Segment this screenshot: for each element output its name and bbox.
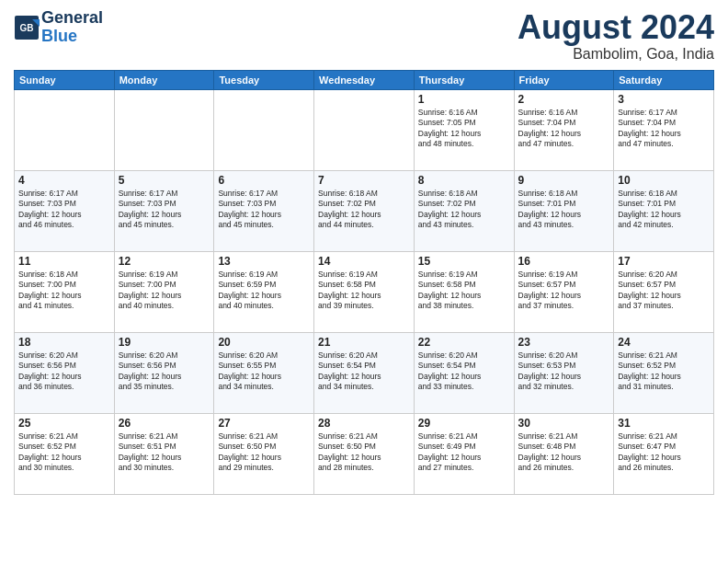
day-info: Sunrise: 6:19 AM Sunset: 7:00 PM Dayligh… — [119, 270, 210, 312]
calendar-cell: 27Sunrise: 6:21 AM Sunset: 6:50 PM Dayli… — [214, 413, 314, 494]
calendar-cell — [314, 89, 415, 170]
calendar-cell: 26Sunrise: 6:21 AM Sunset: 6:51 PM Dayli… — [114, 413, 214, 494]
day-number: 12 — [119, 255, 210, 268]
day-number: 9 — [518, 174, 610, 187]
day-info: Sunrise: 6:17 AM Sunset: 7:03 PM Dayligh… — [119, 189, 210, 231]
calendar-cell — [214, 89, 314, 170]
logo: GB General Blue — [14, 9, 103, 46]
calendar-cell: 7Sunrise: 6:18 AM Sunset: 7:02 PM Daylig… — [314, 170, 415, 251]
day-number: 3 — [618, 93, 710, 106]
calendar-cell: 31Sunrise: 6:21 AM Sunset: 6:47 PM Dayli… — [614, 413, 714, 494]
calendar-cell: 18Sunrise: 6:20 AM Sunset: 6:56 PM Dayli… — [15, 332, 115, 413]
calendar-header-thursday: Thursday — [414, 70, 514, 89]
calendar-header-monday: Monday — [114, 70, 214, 89]
day-number: 7 — [318, 174, 410, 187]
day-number: 11 — [18, 255, 110, 268]
day-number: 29 — [418, 417, 510, 430]
day-number: 17 — [618, 255, 710, 268]
calendar-cell: 14Sunrise: 6:19 AM Sunset: 6:58 PM Dayli… — [314, 251, 415, 332]
calendar-header-friday: Friday — [514, 70, 614, 89]
header: GB General Blue August 2024 Bambolim, Go… — [14, 9, 714, 63]
day-number: 6 — [218, 174, 310, 187]
day-info: Sunrise: 6:18 AM Sunset: 7:01 PM Dayligh… — [518, 189, 610, 231]
calendar-header-row: SundayMondayTuesdayWednesdayThursdayFrid… — [15, 70, 714, 89]
calendar-cell: 12Sunrise: 6:19 AM Sunset: 7:00 PM Dayli… — [114, 251, 214, 332]
day-info: Sunrise: 6:18 AM Sunset: 7:02 PM Dayligh… — [318, 189, 410, 231]
day-number: 10 — [618, 174, 710, 187]
day-info: Sunrise: 6:21 AM Sunset: 6:51 PM Dayligh… — [119, 431, 210, 474]
day-number: 24 — [618, 336, 710, 349]
day-number: 1 — [418, 93, 510, 106]
calendar-week-5: 25Sunrise: 6:21 AM Sunset: 6:52 PM Dayli… — [15, 413, 714, 494]
calendar-cell: 2Sunrise: 6:16 AM Sunset: 7:04 PM Daylig… — [514, 89, 614, 170]
calendar-cell: 10Sunrise: 6:18 AM Sunset: 7:01 PM Dayli… — [614, 170, 714, 251]
day-number: 31 — [618, 417, 710, 430]
calendar-cell: 25Sunrise: 6:21 AM Sunset: 6:52 PM Dayli… — [15, 413, 115, 494]
calendar-cell: 30Sunrise: 6:21 AM Sunset: 6:48 PM Dayli… — [514, 413, 614, 494]
calendar-cell: 6Sunrise: 6:17 AM Sunset: 7:03 PM Daylig… — [214, 170, 314, 251]
calendar-cell: 9Sunrise: 6:18 AM Sunset: 7:01 PM Daylig… — [514, 170, 614, 251]
day-info: Sunrise: 6:18 AM Sunset: 7:01 PM Dayligh… — [618, 189, 710, 231]
calendar-cell: 20Sunrise: 6:20 AM Sunset: 6:55 PM Dayli… — [214, 332, 314, 413]
day-info: Sunrise: 6:21 AM Sunset: 6:49 PM Dayligh… — [418, 431, 510, 474]
day-info: Sunrise: 6:21 AM Sunset: 6:47 PM Dayligh… — [618, 431, 710, 474]
day-number: 19 — [119, 336, 210, 349]
calendar-cell: 1Sunrise: 6:16 AM Sunset: 7:05 PM Daylig… — [414, 89, 514, 170]
day-info: Sunrise: 6:19 AM Sunset: 6:57 PM Dayligh… — [518, 270, 610, 312]
day-number: 28 — [318, 417, 410, 430]
day-info: Sunrise: 6:19 AM Sunset: 6:58 PM Dayligh… — [418, 270, 510, 312]
calendar-cell: 16Sunrise: 6:19 AM Sunset: 6:57 PM Dayli… — [514, 251, 614, 332]
page: GB General Blue August 2024 Bambolim, Go… — [0, 0, 728, 504]
calendar-cell: 13Sunrise: 6:19 AM Sunset: 6:59 PM Dayli… — [214, 251, 314, 332]
calendar-table: SundayMondayTuesdayWednesdayThursdayFrid… — [14, 70, 714, 495]
day-info: Sunrise: 6:20 AM Sunset: 6:57 PM Dayligh… — [618, 270, 710, 312]
calendar-cell: 24Sunrise: 6:21 AM Sunset: 6:52 PM Dayli… — [614, 332, 714, 413]
day-info: Sunrise: 6:20 AM Sunset: 6:56 PM Dayligh… — [119, 350, 210, 393]
day-info: Sunrise: 6:20 AM Sunset: 6:54 PM Dayligh… — [318, 350, 410, 393]
calendar-cell: 3Sunrise: 6:17 AM Sunset: 7:04 PM Daylig… — [614, 89, 714, 170]
calendar-cell: 19Sunrise: 6:20 AM Sunset: 6:56 PM Dayli… — [114, 332, 214, 413]
month-title: August 2024 — [518, 9, 714, 46]
day-info: Sunrise: 6:17 AM Sunset: 7:03 PM Dayligh… — [218, 189, 310, 231]
day-number: 14 — [318, 255, 410, 268]
day-number: 8 — [418, 174, 510, 187]
day-info: Sunrise: 6:16 AM Sunset: 7:05 PM Dayligh… — [418, 108, 510, 150]
day-info: Sunrise: 6:16 AM Sunset: 7:04 PM Dayligh… — [518, 108, 610, 150]
day-number: 25 — [18, 417, 110, 430]
calendar-week-4: 18Sunrise: 6:20 AM Sunset: 6:56 PM Dayli… — [15, 332, 714, 413]
calendar-cell: 23Sunrise: 6:20 AM Sunset: 6:53 PM Dayli… — [514, 332, 614, 413]
day-info: Sunrise: 6:19 AM Sunset: 6:58 PM Dayligh… — [318, 270, 410, 312]
day-info: Sunrise: 6:20 AM Sunset: 6:55 PM Dayligh… — [218, 350, 310, 393]
logo-text: General Blue — [41, 9, 103, 46]
day-number: 15 — [418, 255, 510, 268]
calendar-cell: 4Sunrise: 6:17 AM Sunset: 7:03 PM Daylig… — [15, 170, 115, 251]
calendar-cell: 15Sunrise: 6:19 AM Sunset: 6:58 PM Dayli… — [414, 251, 514, 332]
day-number: 16 — [518, 255, 610, 268]
day-info: Sunrise: 6:20 AM Sunset: 6:56 PM Dayligh… — [18, 350, 110, 393]
day-info: Sunrise: 6:20 AM Sunset: 6:53 PM Dayligh… — [518, 350, 610, 393]
day-info: Sunrise: 6:21 AM Sunset: 6:52 PM Dayligh… — [618, 350, 710, 393]
day-info: Sunrise: 6:21 AM Sunset: 6:50 PM Dayligh… — [218, 431, 310, 474]
day-number: 30 — [518, 417, 610, 430]
day-number: 13 — [218, 255, 310, 268]
day-info: Sunrise: 6:17 AM Sunset: 7:04 PM Dayligh… — [618, 108, 710, 150]
calendar-header-tuesday: Tuesday — [214, 70, 314, 89]
calendar-cell — [114, 89, 214, 170]
calendar-header-sunday: Sunday — [15, 70, 115, 89]
day-number: 27 — [218, 417, 310, 430]
day-info: Sunrise: 6:19 AM Sunset: 6:59 PM Dayligh… — [218, 270, 310, 312]
day-info: Sunrise: 6:21 AM Sunset: 6:50 PM Dayligh… — [318, 431, 410, 474]
calendar-cell: 21Sunrise: 6:20 AM Sunset: 6:54 PM Dayli… — [314, 332, 415, 413]
day-number: 22 — [418, 336, 510, 349]
svg-text:GB: GB — [20, 23, 34, 33]
calendar-cell: 22Sunrise: 6:20 AM Sunset: 6:54 PM Dayli… — [414, 332, 514, 413]
day-number: 18 — [18, 336, 110, 349]
calendar-cell: 11Sunrise: 6:18 AM Sunset: 7:00 PM Dayli… — [15, 251, 115, 332]
day-number: 20 — [218, 336, 310, 349]
calendar-cell: 17Sunrise: 6:20 AM Sunset: 6:57 PM Dayli… — [614, 251, 714, 332]
day-info: Sunrise: 6:20 AM Sunset: 6:54 PM Dayligh… — [418, 350, 510, 393]
day-info: Sunrise: 6:17 AM Sunset: 7:03 PM Dayligh… — [18, 189, 110, 231]
day-number: 26 — [119, 417, 210, 430]
calendar-week-3: 11Sunrise: 6:18 AM Sunset: 7:00 PM Dayli… — [15, 251, 714, 332]
day-number: 5 — [119, 174, 210, 187]
